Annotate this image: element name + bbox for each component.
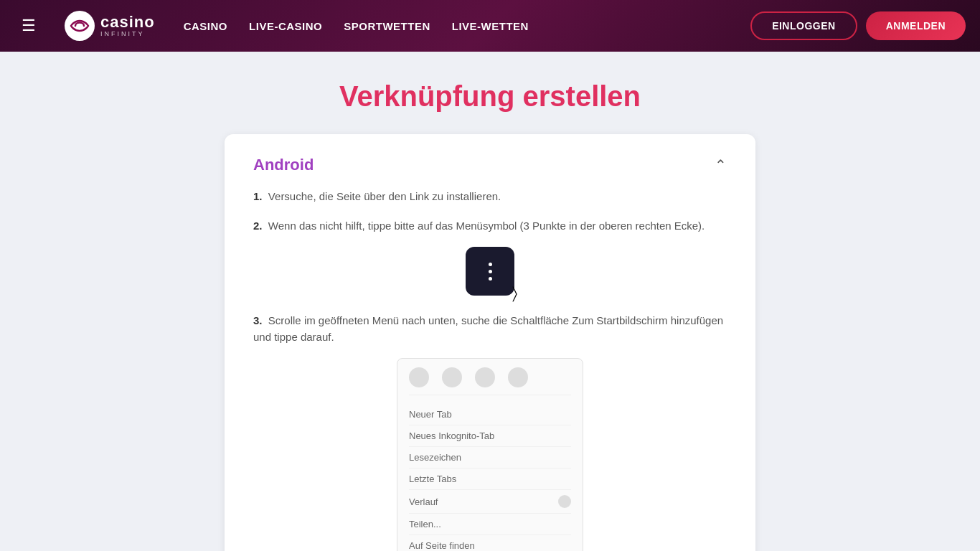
three-dots-button: 〉 (466, 247, 514, 296)
logo[interactable]: casino INFINITY (65, 11, 155, 41)
chevron-up-icon[interactable]: ⌃ (715, 156, 727, 174)
main-content: Verknüpfung erstellen Android ⌃ 1. Versu… (0, 52, 980, 551)
android-section-title: Android (253, 156, 314, 174)
mockup-icon-1 (409, 367, 429, 387)
mockup-icon-2 (442, 367, 462, 387)
register-button[interactable]: ANMELDEN (866, 11, 966, 40)
instruction-card: Android ⌃ 1. Versuche, die Seite über de… (225, 134, 755, 551)
page-title: Verknüpfung erstellen (14, 80, 966, 113)
mockup-item-6: Teilen... (409, 514, 571, 535)
mockup-item-4: Letzte Tabs (409, 468, 571, 490)
step-2: 2. Wenn das nicht hilft, tippe bitte auf… (253, 218, 727, 235)
logo-text: casino INFINITY (100, 14, 155, 37)
nav-live-casino[interactable]: LIVE-CASINO (249, 20, 322, 32)
mockup-icon-4 (508, 367, 528, 387)
step-1: 1. Versuche, die Seite über den Link zu … (253, 189, 727, 205)
mockup-item-3: Lesezeichen (409, 447, 571, 468)
three-dots-icon (489, 263, 492, 281)
mockup-item-1: Neuer Tab (409, 404, 571, 425)
nav-casino[interactable]: CASINO (184, 20, 227, 32)
mockup-item-7: Auf Seite finden (409, 535, 571, 551)
hamburger-menu-icon[interactable]: ☰ (14, 11, 43, 40)
card-header: Android ⌃ (253, 156, 727, 174)
main-nav: CASINO LIVE-CASINO SPORTWETTEN LIVE-WETT… (184, 20, 529, 32)
mockup-icon-row (409, 367, 571, 395)
logo-icon (65, 11, 95, 41)
mockup-icon-3 (475, 367, 495, 387)
mockup-item-5: Verlauf (409, 490, 571, 514)
nav-sportwetten[interactable]: SPORTWETTEN (344, 20, 430, 32)
login-button[interactable]: EINLOGGEN (750, 11, 857, 40)
verlauf-badge (558, 495, 571, 508)
cursor-hand-icon: 〉 (512, 284, 517, 303)
menu-button-image: 〉 (253, 247, 727, 296)
nav-live-wetten[interactable]: LIVE-WETTEN (452, 20, 529, 32)
mockup-item-2: Neues Inkognito-Tab (409, 425, 571, 447)
step-3: 3. Scrolle im geöffneten Menü nach unten… (253, 313, 727, 345)
header-buttons: EINLOGGEN ANMELDEN (750, 11, 966, 40)
android-menu-mockup: Neuer Tab Neues Inkognito-Tab Lesezeiche… (397, 358, 583, 551)
